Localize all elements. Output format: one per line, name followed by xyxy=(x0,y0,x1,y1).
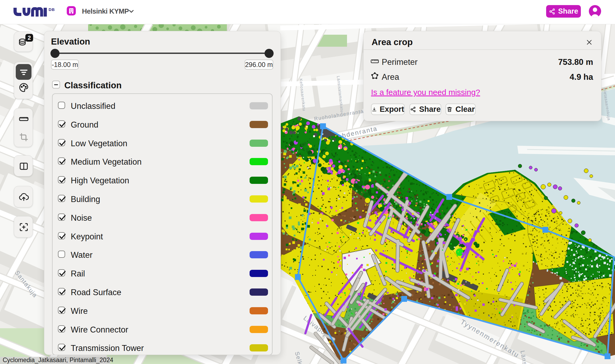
svg-text:DB: DB xyxy=(49,7,55,12)
